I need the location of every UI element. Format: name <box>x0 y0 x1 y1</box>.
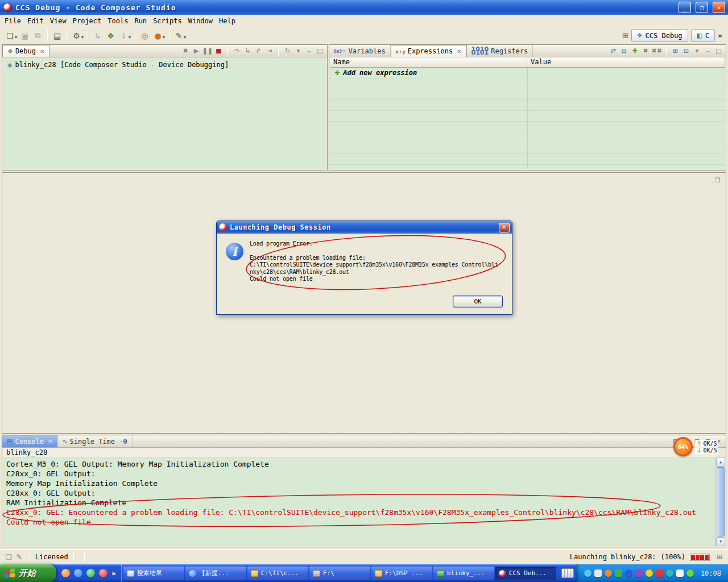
tray-icon[interactable] <box>605 569 612 577</box>
tray-icon[interactable] <box>656 569 663 577</box>
input-method-icon[interactable] <box>561 568 574 578</box>
tab-single-time[interactable]: Single Time -0 <box>57 435 132 447</box>
menu-item[interactable]: Scripts <box>152 16 187 26</box>
debug-tree-item[interactable]: ◈ blinky_c28 [Code Composer Studio - Dev… <box>5 61 324 69</box>
refresh-icon[interactable]: ⇄ <box>609 46 618 56</box>
console-scrollbar[interactable]: ▲ ▼ <box>715 458 725 546</box>
menu-item[interactable]: Tools <box>106 16 133 26</box>
tray-icon[interactable] <box>615 569 622 577</box>
taskbar-task[interactable]: CCS Deb... <box>495 567 556 580</box>
maximize-view-icon[interactable]: □ <box>714 46 723 56</box>
quick-launch-icon[interactable] <box>99 569 107 577</box>
taskbar-task[interactable]: C:\TI\c... <box>247 567 308 580</box>
step-return-icon[interactable]: ↳ <box>91 29 104 42</box>
scroll-down-icon[interactable]: ▼ <box>716 537 725 546</box>
menu-item[interactable]: File <box>3 16 26 26</box>
tab-debug[interactable]: Debug ✕ <box>2 45 49 57</box>
step-over-icon[interactable]: ↳ <box>243 46 253 56</box>
tray-icon[interactable] <box>676 569 684 577</box>
debug-icon[interactable]: ❖ <box>104 29 117 42</box>
perspective-ccs-debug[interactable]: ❖ CCS Debug <box>631 29 688 42</box>
scroll-up-icon[interactable]: ▲ <box>716 458 725 467</box>
close-tab-icon[interactable]: ✕ <box>40 48 44 55</box>
terminate-icon[interactable]: ■ <box>214 46 224 56</box>
close-button[interactable]: ✕ <box>713 2 725 13</box>
scrollbar-thumb[interactable] <box>717 467 725 537</box>
search-dropdown-icon[interactable]: ▾ <box>184 35 186 40</box>
minimize-view-icon[interactable]: – <box>304 46 314 56</box>
taskbar-task[interactable]: F:\ <box>309 567 370 580</box>
view-menu-icon[interactable]: ▾ <box>293 46 303 56</box>
launch-dropdown-icon[interactable]: ▾ <box>163 35 165 40</box>
save-all-icon[interactable]: ⧉ <box>31 29 44 42</box>
menu-item[interactable]: Window <box>187 16 218 26</box>
perspective-overflow-icon[interactable]: » <box>718 32 722 40</box>
step-return-icon[interactable]: ↱ <box>254 46 263 56</box>
tray-icon[interactable] <box>686 569 694 577</box>
maximize-button[interactable]: ❐ <box>696 2 708 13</box>
progress-view-icon[interactable]: ⊞ <box>717 553 722 561</box>
remove-all-icon[interactable]: ✖ <box>181 46 191 56</box>
step-into-icon[interactable]: ↷ <box>232 46 242 56</box>
menu-item[interactable]: Project <box>72 16 107 26</box>
quick-launch-icon[interactable] <box>61 569 70 577</box>
tray-icon[interactable] <box>646 569 653 577</box>
resume-icon[interactable]: ▶ <box>192 46 201 56</box>
remove-expression-icon[interactable]: ✖ <box>641 46 651 56</box>
menu-item[interactable]: Edit <box>26 16 49 26</box>
minimize-view-icon[interactable]: – <box>700 175 709 185</box>
start-button[interactable]: 开始 <box>0 564 56 582</box>
taskbar-task[interactable]: 搜索结果 <box>123 567 184 580</box>
remove-all-expressions-icon[interactable]: ✖✖ <box>652 46 662 56</box>
speed-monitor[interactable]: 64% ↑0K/S ↓0K/S <box>673 437 718 456</box>
add-expression-icon[interactable]: ✚ <box>630 46 640 56</box>
minimize-button[interactable]: _ <box>679 2 691 13</box>
column-header-name[interactable]: Name <box>330 57 527 67</box>
restore-view-icon[interactable]: ❐ <box>713 175 722 185</box>
run-to-line-icon[interactable]: ⇥ <box>264 46 274 56</box>
tab-registers[interactable]: Registers <box>467 45 533 57</box>
menu-item[interactable]: View <box>49 16 72 26</box>
quick-launch-icon[interactable] <box>86 569 95 577</box>
restart-icon[interactable]: ↻ <box>283 46 292 56</box>
quick-launch-icon[interactable] <box>74 569 82 577</box>
flash-dropdown-icon[interactable]: ▾ <box>129 35 131 40</box>
new-view-icon[interactable]: ⊞ <box>671 46 680 56</box>
tab-expressions[interactable]: Expressions ✕ <box>391 45 467 57</box>
taskbar-task[interactable]: blinky_... <box>433 567 494 580</box>
taskbar-task[interactable]: F:\DSP ... <box>371 567 432 580</box>
build-dropdown-icon[interactable]: ▾ <box>81 35 84 40</box>
minimize-view-icon[interactable]: – <box>703 46 713 56</box>
close-tab-icon[interactable]: ✕ <box>457 48 461 55</box>
console-view-icon[interactable]: ▤ <box>51 29 64 42</box>
show-columns-icon[interactable]: ⊟ <box>619 46 629 56</box>
tab-variables[interactable]: Variables <box>329 45 391 57</box>
taskbar-task[interactable]: 【新提... <box>185 567 246 580</box>
suspend-icon[interactable]: ❚❚ <box>202 46 213 56</box>
perspective-cpp[interactable]: ◧ C <box>691 29 715 42</box>
dialog-close-icon[interactable]: ✕ <box>499 223 510 232</box>
new-dropdown-icon[interactable]: ▾ <box>15 35 17 40</box>
maximize-view-icon[interactable]: □ <box>315 46 325 56</box>
tray-icon[interactable] <box>594 569 602 577</box>
editor-mode-icon[interactable]: ❏ <box>6 553 12 561</box>
smart-insert-icon[interactable]: ✎ <box>16 553 22 561</box>
ok-button[interactable]: OK <box>453 296 503 307</box>
tray-icon[interactable] <box>635 569 643 577</box>
tray-icon[interactable] <box>584 569 592 577</box>
menu-item[interactable]: Help <box>218 16 241 26</box>
quick-launch-overflow-icon[interactable]: » <box>111 569 116 577</box>
tray-icon[interactable] <box>625 569 632 577</box>
close-tab-icon[interactable]: ✕ <box>48 438 52 444</box>
taskbar-clock[interactable]: 10:08 <box>701 569 721 577</box>
speed-monitor-ball[interactable]: 64% <box>673 437 693 456</box>
target-config-icon[interactable]: ◎ <box>138 29 151 42</box>
pin-view-icon[interactable]: ⊡ <box>681 46 691 56</box>
open-perspective-icon[interactable]: ⊞ <box>622 31 628 40</box>
menu-item[interactable]: Run <box>133 16 152 26</box>
column-header-value[interactable]: Value <box>527 57 725 67</box>
tray-icon[interactable] <box>666 569 673 577</box>
view-menu-icon[interactable]: ▾ <box>692 46 702 56</box>
save-icon[interactable]: ▣ <box>18 29 31 42</box>
tab-console[interactable]: Console ✕ <box>2 435 57 447</box>
